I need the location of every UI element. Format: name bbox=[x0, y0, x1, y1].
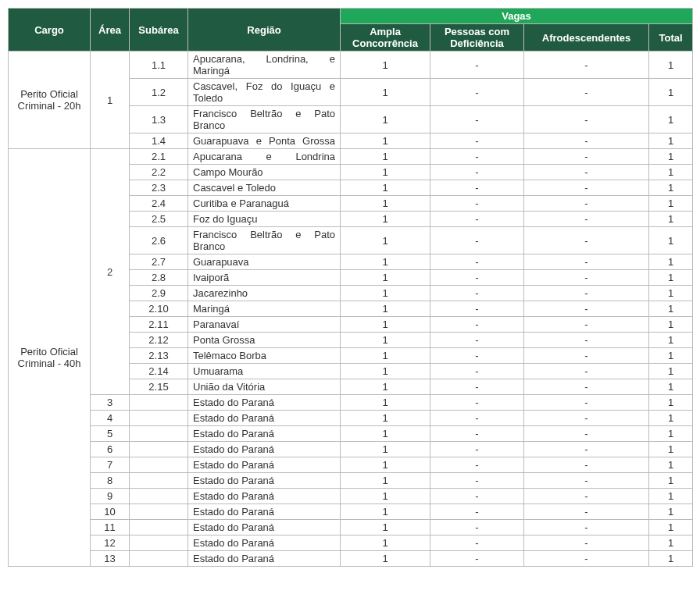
cell-pcd: - bbox=[430, 442, 524, 457]
cell-ampla: 1 bbox=[341, 333, 430, 348]
cell-ampla: 1 bbox=[341, 79, 430, 106]
cell-pcd: - bbox=[430, 317, 524, 333]
cell-total: 1 bbox=[649, 196, 693, 212]
cell-afro: - bbox=[524, 149, 649, 165]
cell-afro: - bbox=[524, 457, 649, 473]
cell-ampla: 1 bbox=[341, 133, 430, 149]
cell-pcd: - bbox=[430, 52, 524, 79]
cell-regiao: Curitiba e Paranaguá bbox=[188, 196, 341, 212]
cell-ampla: 1 bbox=[341, 489, 430, 504]
header-total: Total bbox=[649, 24, 693, 52]
cell-cargo: Perito Oficial Criminal - 40h bbox=[9, 149, 91, 567]
header-subarea: Subárea bbox=[130, 9, 188, 52]
cell-area: 12 bbox=[91, 536, 130, 551]
cell-area: 4 bbox=[91, 411, 130, 426]
cell-ampla: 1 bbox=[341, 212, 430, 227]
table-row: Perito Oficial Criminal - 40h22.1Apucara… bbox=[9, 149, 693, 165]
cell-afro: - bbox=[524, 301, 649, 317]
cell-regiao: Telêmaco Borba bbox=[188, 348, 341, 364]
cell-ampla: 1 bbox=[341, 504, 430, 520]
cell-afro: - bbox=[524, 489, 649, 504]
cell-ampla: 1 bbox=[341, 317, 430, 333]
cell-regiao: Estado do Paraná bbox=[188, 551, 341, 567]
cell-area: 2 bbox=[91, 149, 130, 395]
cell-ampla: 1 bbox=[341, 180, 430, 196]
cell-total: 1 bbox=[649, 317, 693, 333]
cell-afro: - bbox=[524, 286, 649, 301]
cell-subarea bbox=[130, 473, 188, 489]
cell-regiao: Estado do Paraná bbox=[188, 473, 341, 489]
cell-afro: - bbox=[524, 411, 649, 426]
cell-regiao: Cascavel, Foz do Iguaçu e Toledo bbox=[188, 79, 341, 106]
cell-area: 6 bbox=[91, 442, 130, 457]
cell-pcd: - bbox=[430, 133, 524, 149]
cell-regiao: Estado do Paraná bbox=[188, 504, 341, 520]
cell-pcd: - bbox=[430, 536, 524, 551]
cell-total: 1 bbox=[649, 395, 693, 411]
cell-total: 1 bbox=[649, 227, 693, 254]
cell-afro: - bbox=[524, 106, 649, 133]
cell-area: 5 bbox=[91, 426, 130, 442]
cell-subarea: 2.14 bbox=[130, 364, 188, 379]
cell-afro: - bbox=[524, 165, 649, 180]
cell-ampla: 1 bbox=[341, 270, 430, 286]
cell-subarea: 1.4 bbox=[130, 133, 188, 149]
cell-subarea bbox=[130, 442, 188, 457]
cell-total: 1 bbox=[649, 426, 693, 442]
cell-regiao: Cascavel e Toledo bbox=[188, 180, 341, 196]
cell-subarea: 2.3 bbox=[130, 180, 188, 196]
cell-afro: - bbox=[524, 473, 649, 489]
cell-ampla: 1 bbox=[341, 411, 430, 426]
cell-ampla: 1 bbox=[341, 395, 430, 411]
cell-ampla: 1 bbox=[341, 286, 430, 301]
cell-total: 1 bbox=[649, 504, 693, 520]
cell-regiao: Francisco Beltrão e Pato Branco bbox=[188, 106, 341, 133]
cell-ampla: 1 bbox=[341, 301, 430, 317]
cell-ampla: 1 bbox=[341, 254, 430, 270]
cell-pcd: - bbox=[430, 364, 524, 379]
cell-regiao: Guarapuava bbox=[188, 254, 341, 270]
cell-pcd: - bbox=[430, 227, 524, 254]
cell-regiao: Ponta Grossa bbox=[188, 333, 341, 348]
cell-total: 1 bbox=[649, 473, 693, 489]
cell-regiao: Ivaiporã bbox=[188, 270, 341, 286]
cell-subarea bbox=[130, 411, 188, 426]
cell-subarea: 2.15 bbox=[130, 379, 188, 395]
cell-pcd: - bbox=[430, 520, 524, 536]
cell-area: 8 bbox=[91, 473, 130, 489]
cell-total: 1 bbox=[649, 270, 693, 286]
cell-regiao: Estado do Paraná bbox=[188, 536, 341, 551]
table-row: 11Estado do Paraná1--1 bbox=[9, 520, 693, 536]
cell-regiao: Guarapuava e Ponta Grossa bbox=[188, 133, 341, 149]
cell-afro: - bbox=[524, 212, 649, 227]
cell-pcd: - bbox=[430, 411, 524, 426]
cell-pcd: - bbox=[430, 180, 524, 196]
cell-total: 1 bbox=[649, 286, 693, 301]
table-header: Cargo Área Subárea Região Vagas Ampla Co… bbox=[9, 9, 693, 52]
cell-total: 1 bbox=[649, 379, 693, 395]
cell-ampla: 1 bbox=[341, 379, 430, 395]
cell-total: 1 bbox=[649, 133, 693, 149]
cell-pcd: - bbox=[430, 79, 524, 106]
cell-subarea bbox=[130, 457, 188, 473]
cell-total: 1 bbox=[649, 411, 693, 426]
cell-afro: - bbox=[524, 180, 649, 196]
cell-subarea: 2.1 bbox=[130, 149, 188, 165]
cell-ampla: 1 bbox=[341, 165, 430, 180]
cell-regiao: Campo Mourão bbox=[188, 165, 341, 180]
table-row: 9Estado do Paraná1--1 bbox=[9, 489, 693, 504]
cell-pcd: - bbox=[430, 165, 524, 180]
cell-afro: - bbox=[524, 52, 649, 79]
cell-afro: - bbox=[524, 551, 649, 567]
cell-afro: - bbox=[524, 227, 649, 254]
cell-cargo: Perito Oficial Criminal - 20h bbox=[9, 52, 91, 149]
cell-subarea: 1.1 bbox=[130, 52, 188, 79]
cell-ampla: 1 bbox=[341, 227, 430, 254]
header-ampla: Ampla Concorrência bbox=[341, 24, 430, 52]
cell-regiao: Umuarama bbox=[188, 364, 341, 379]
cell-total: 1 bbox=[649, 457, 693, 473]
header-pcd: Pessoas com Deficiência bbox=[430, 24, 524, 52]
cell-subarea: 2.11 bbox=[130, 317, 188, 333]
cell-total: 1 bbox=[649, 165, 693, 180]
cell-subarea: 2.13 bbox=[130, 348, 188, 364]
